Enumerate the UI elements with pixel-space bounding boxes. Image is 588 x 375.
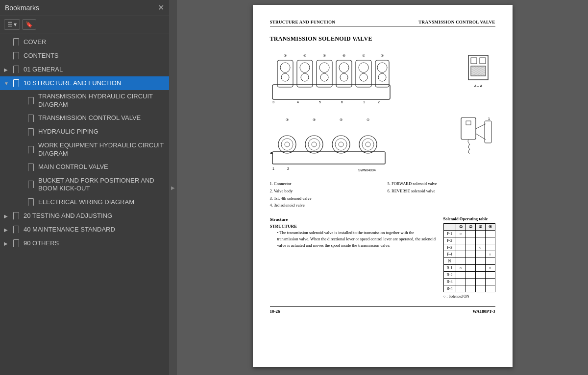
bookmark-label-cover: COVER — [24, 38, 165, 47]
structure-text: The transmission solenoid valve is insta… — [277, 230, 436, 248]
bookmark-icon-btn: 🔖 — [25, 21, 33, 28]
table-header-4: ④ — [485, 224, 495, 231]
solenoid-table: Solenoid Operating table ① ② ③ ④ — [443, 216, 495, 299]
table-row: R-2 — [443, 272, 495, 279]
bookmark-trans-hyd[interactable]: TRANSMISSION HYDRAULIC CIRCUIT DIAGRAM — [0, 90, 169, 112]
svg-text:2: 2 — [378, 100, 380, 104]
ribbon-icon-trans-ctrl — [26, 114, 35, 123]
page-footer: 10-26 WA180PT-3 — [270, 306, 495, 314]
table-header-1: ① — [456, 224, 466, 231]
parts-col-1: 1. Connector 2. Valve body 3. 1st, 4th s… — [270, 181, 378, 210]
part-5: 5. FORWARD solenoid valve — [388, 181, 495, 187]
svg-rect-32 — [471, 58, 477, 64]
solenoid-note-text: : Solenoid ON — [446, 294, 469, 299]
solenoid-note-symbol: ○ — [443, 294, 446, 299]
bookmark-structure[interactable]: ▼ 10 STRUCTURE AND FUNCTION — [0, 76, 169, 90]
bookmark-label-main-ctrl: MAIN CONTROL VALVE — [38, 163, 165, 171]
svg-point-51 — [335, 139, 347, 150]
mechanism-svg: 1 — [451, 115, 495, 169]
bookmark-label-others: 90 OTHERS — [24, 239, 165, 248]
expand-arrow-maintenance: ▶ — [4, 227, 12, 233]
svg-point-6 — [301, 73, 309, 81]
svg-point-9 — [320, 73, 328, 81]
svg-text:④: ④ — [313, 118, 316, 121]
svg-text:A: A — [270, 151, 273, 155]
section-title: TRANSMISSION SOLENOID VALVE — [270, 35, 495, 43]
bookmarks-title: Bookmarks — [5, 4, 39, 12]
main-drawing-top: ③ ④ ⑤ ⑥ ① ② 3 4 5 6 1 2 — [270, 50, 455, 111]
svg-rect-65 — [466, 121, 471, 125]
ribbon-icon-others — [12, 239, 21, 248]
bookmark-label-contents: CONTENTS — [24, 52, 165, 60]
svg-text:④: ④ — [303, 54, 306, 57]
bookmarks-header: Bookmarks ✕ — [0, 0, 169, 16]
expand-arrow-testing: ▶ — [4, 213, 12, 219]
bookmark-others[interactable]: ▶ 90 OTHERS — [0, 236, 169, 250]
bookmark-label-bucket: BUCKET AND FORK POSITIONER AND BOOM KICK… — [38, 177, 165, 193]
svg-text:③: ③ — [284, 54, 287, 57]
resize-handle[interactable]: ▶ — [169, 0, 177, 375]
structure-subheading: STRUCTURE — [270, 223, 436, 230]
svg-point-46 — [285, 142, 290, 147]
menu-icon: ☰ — [7, 21, 13, 28]
ribbon-icon-bucket — [26, 180, 35, 189]
ribbon-icon-trans-hyd — [26, 96, 35, 105]
bookmark-trans-ctrl[interactable]: TRANSMISSION CONTROL VALVE — [0, 112, 169, 125]
ribbon-icon-cover — [12, 38, 21, 47]
svg-point-3 — [281, 73, 289, 81]
svg-text:3: 3 — [272, 100, 274, 104]
table-row: R-4 — [443, 285, 495, 292]
svg-point-17 — [377, 63, 387, 72]
table-row: N — [443, 258, 495, 265]
svg-rect-33 — [480, 58, 486, 64]
bookmark-contents[interactable]: CONTENTS — [0, 49, 169, 63]
document-panel: STRUCTURE AND FUNCTION TRANSMISSION CONT… — [177, 0, 588, 375]
parts-col-2: 5. FORWARD solenoid valve 6. REVERSE sol… — [388, 181, 495, 210]
close-icon[interactable]: ✕ — [158, 4, 164, 12]
bookmark-testing[interactable]: ▶ 20 TESTING AND ADJUSTING — [0, 209, 169, 223]
svg-point-54 — [362, 139, 374, 150]
solenoid-section: Structure STRUCTURE The transmission sol… — [270, 216, 495, 299]
structure-list: The transmission solenoid valve is insta… — [277, 230, 436, 248]
table-header-3: ③ — [475, 224, 485, 231]
svg-point-18 — [378, 73, 386, 81]
part-4: 4. 3rd solenoid valve — [270, 202, 378, 209]
side-view-drawing: ③ ④ ⑤ ① A 1 2 SWN04094 — [270, 115, 445, 176]
svg-rect-43 — [272, 152, 385, 164]
bookmark-general[interactable]: ▶ 01 GENERAL — [0, 63, 169, 76]
bookmark-cover[interactable]: COVER — [0, 35, 169, 49]
ribbon-icon-electrical — [26, 198, 35, 207]
page-ref: WA180PT-3 — [472, 309, 495, 314]
svg-point-44 — [278, 136, 296, 153]
header-right: TRANSMISSION CONTROL VALVE — [418, 20, 495, 24]
bookmarks-panel: Bookmarks ✕ ☰ ▾ 🔖 COVER CONTENTS ▶ 01 GE… — [0, 0, 169, 375]
parts-list: 1. Connector 2. Valve body 3. 1st, 4th s… — [270, 181, 495, 210]
bookmark-hyd-piping[interactable]: HYDRAULIC PIPING — [0, 125, 169, 139]
bookmark-bucket[interactable]: BUCKET AND FORK POSITIONER AND BOOM KICK… — [0, 174, 169, 196]
expand-arrow-structure: ▼ — [4, 81, 12, 86]
bookmark-main-ctrl[interactable]: MAIN CONTROL VALVE — [0, 161, 169, 174]
svg-text:4: 4 — [297, 100, 299, 104]
svg-text:①: ① — [362, 54, 365, 57]
svg-point-8 — [319, 63, 329, 72]
svg-text:2: 2 — [287, 167, 289, 170]
svg-text:SWN04094: SWN04094 — [358, 168, 376, 172]
bookmarks-list: COVER CONTENTS ▶ 01 GENERAL ▼ 10 STRUCTU… — [0, 33, 169, 375]
ribbon-icon-contents — [12, 51, 21, 60]
structure-section: Structure STRUCTURE The transmission sol… — [270, 216, 436, 299]
bookmark-maintenance[interactable]: ▶ 40 MAINTENANCE STANDARD — [0, 223, 169, 236]
svg-text:⑤: ⑤ — [323, 54, 326, 57]
bookmark-label-structure: 10 STRUCTURE AND FUNCTION — [24, 79, 165, 88]
toolbar-bookmark-button[interactable]: 🔖 — [22, 19, 36, 30]
page-header: STRUCTURE AND FUNCTION TRANSMISSION CONT… — [270, 20, 495, 26]
bookmark-work-equip[interactable]: WORK EQUIPMENT HYDRAULIC CIRCUIT DIAGRAM — [0, 139, 169, 161]
part-6: 6. REVERSE solenoid valve — [388, 188, 495, 194]
bookmark-electrical[interactable]: ELECTRICAL WIRING DIAGRAM — [0, 195, 169, 209]
page-container[interactable]: STRUCTURE AND FUNCTION TRANSMISSION CONT… — [177, 0, 588, 375]
table-row: R-3 — [443, 279, 495, 285]
svg-text:A – A: A – A — [474, 84, 482, 88]
svg-point-55 — [366, 142, 370, 147]
toolbar-menu-button[interactable]: ☰ ▾ — [4, 19, 20, 30]
svg-point-47 — [305, 136, 323, 153]
ribbon-icon-main-ctrl — [26, 163, 35, 172]
